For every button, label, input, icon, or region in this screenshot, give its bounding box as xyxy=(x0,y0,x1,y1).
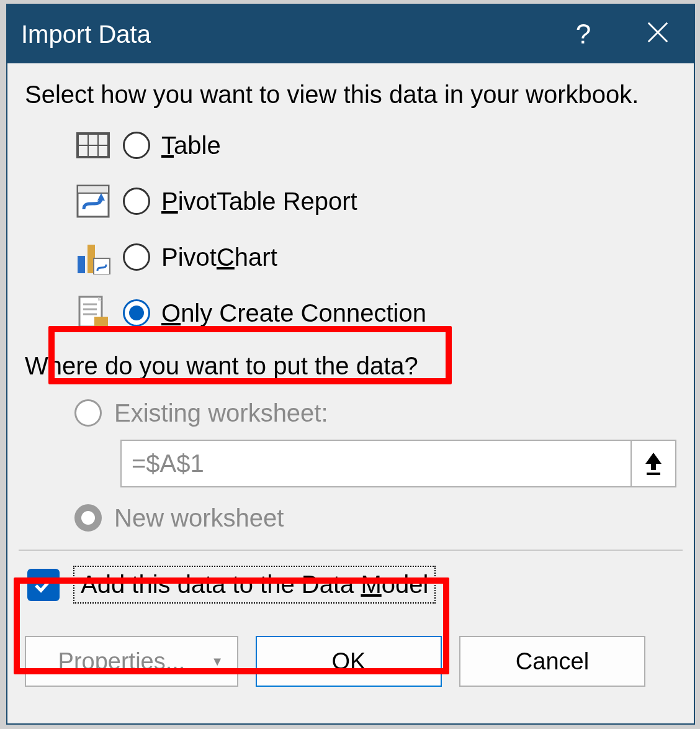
new-worksheet-label: New worksheet xyxy=(114,504,284,532)
radio-new-worksheet xyxy=(74,504,102,532)
option-existing-worksheet: Existing worksheet: xyxy=(74,389,676,437)
option-pivottable-label: PivotTable Report xyxy=(161,188,357,215)
close-icon xyxy=(646,20,670,44)
table-icon xyxy=(74,127,112,164)
svg-rect-15 xyxy=(647,473,660,475)
data-model-label: Add this data to the Data Model xyxy=(81,571,428,598)
cancel-label: Cancel xyxy=(516,648,589,675)
data-model-focus-rect: Add this data to the Data Model xyxy=(73,566,436,604)
connection-icon xyxy=(74,294,112,332)
view-prompt-text: Select how you want to view this data in… xyxy=(25,81,676,109)
ok-label: OK xyxy=(332,648,366,675)
ok-button[interactable]: OK xyxy=(256,636,442,687)
pivottable-icon xyxy=(74,183,112,220)
option-only-connection-label: Only Create Connection xyxy=(161,299,426,327)
cell-reference-input xyxy=(120,440,632,487)
option-table-label: Table xyxy=(161,132,221,160)
cell-reference-row xyxy=(120,440,676,487)
properties-button: Properties... ▼ xyxy=(25,636,238,687)
data-model-row[interactable]: Add this data to the Data Model xyxy=(27,566,676,604)
option-pivotchart-label: PivotChart xyxy=(161,243,277,271)
dialog-buttons: Properties... ▼ OK Cancel xyxy=(25,636,676,687)
pivotchart-icon xyxy=(74,238,112,276)
svg-rect-13 xyxy=(94,317,108,329)
cancel-button[interactable]: Cancel xyxy=(459,636,645,687)
import-data-dialog: Import Data ? Select how you want to vie… xyxy=(6,4,695,725)
radio-only-connection[interactable] xyxy=(123,299,150,327)
view-options-group: Table PivotTable Report PivotChart xyxy=(74,117,676,341)
svg-rect-5 xyxy=(78,256,85,273)
range-selector-button xyxy=(632,440,676,487)
window-title: Import Data xyxy=(21,20,559,48)
option-pivotchart[interactable]: PivotChart xyxy=(74,229,676,285)
option-table[interactable]: Table xyxy=(74,117,676,173)
range-selector-icon xyxy=(643,451,664,476)
radio-pivottable[interactable] xyxy=(123,188,150,215)
divider xyxy=(19,550,683,551)
properties-label: Properties... xyxy=(58,648,186,675)
radio-table[interactable] xyxy=(123,132,150,159)
option-only-connection[interactable]: Only Create Connection xyxy=(74,285,676,341)
option-pivottable[interactable]: PivotTable Report xyxy=(74,173,676,229)
data-model-checkbox[interactable] xyxy=(27,569,60,601)
radio-pivotchart[interactable] xyxy=(123,243,150,271)
svg-rect-7 xyxy=(94,258,110,274)
dropdown-caret-icon: ▼ xyxy=(211,654,223,669)
checkmark-icon xyxy=(34,575,53,595)
titlebar[interactable]: Import Data ? xyxy=(7,5,694,63)
option-new-worksheet: New worksheet xyxy=(74,494,676,542)
svg-marker-14 xyxy=(645,453,662,470)
radio-existing-worksheet xyxy=(74,399,102,427)
existing-worksheet-label: Existing worksheet: xyxy=(114,399,328,427)
help-button[interactable]: ? xyxy=(559,20,608,48)
where-prompt-text: Where do you want to put the data? xyxy=(25,352,676,380)
close-button[interactable] xyxy=(633,20,683,48)
svg-rect-3 xyxy=(78,186,109,193)
